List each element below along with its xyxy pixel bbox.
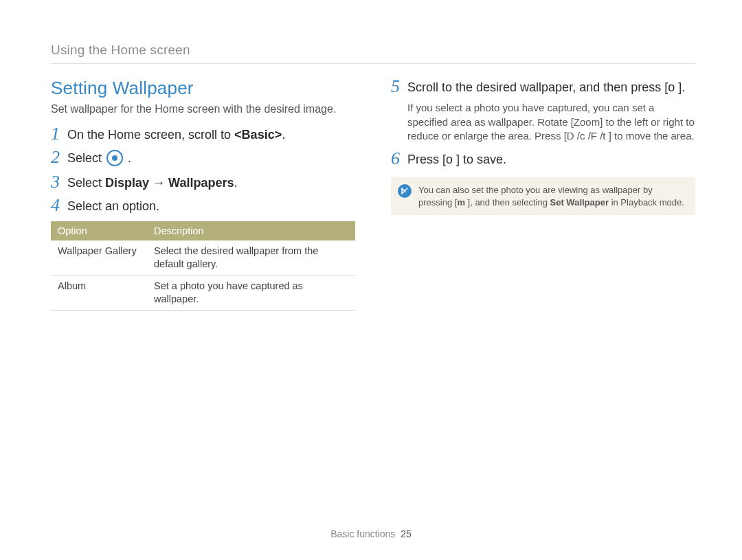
text: Select — [67, 176, 105, 190]
step-text: Select Display → Wallpapers. — [67, 173, 237, 191]
note-icon — [398, 184, 412, 198]
text: Select — [67, 151, 105, 165]
col-description: Description — [147, 221, 355, 240]
step-number: 2 — [51, 148, 67, 166]
step-text: On the Home screen, scroll to <Basic>. — [67, 125, 285, 143]
breadcrumb: Using the Home screen — [51, 43, 695, 58]
step-6: 6 Press [o ] to save. — [391, 150, 695, 168]
settings-icon — [106, 150, 123, 166]
step-number: 4 — [51, 197, 67, 214]
table-row: Wallpaper Gallery Select the desired wal… — [51, 240, 355, 275]
step-text: Select . — [67, 148, 131, 167]
step-5: 5 Scroll to the desired wallpaper, and t… — [391, 78, 695, 96]
page-footer: Basic functions 25 — [0, 528, 742, 539]
text: in Playback mode. — [609, 197, 684, 208]
text: . — [282, 128, 285, 142]
option-name: Wallpaper Gallery — [51, 240, 147, 275]
arrow: → — [149, 176, 168, 190]
step-text: Scroll to the desired wallpaper, and the… — [407, 78, 685, 96]
manual-page: Using the Home screen Setting Wallpaper … — [0, 0, 742, 560]
right-column: 5 Scroll to the desired wallpaper, and t… — [391, 78, 695, 311]
text: /c /F /t ] to move the area. — [574, 130, 695, 142]
bold-text: <Basic> — [234, 128, 282, 142]
text: . — [124, 151, 131, 165]
options-table: Option Description Wallpaper Gallery Sel… — [51, 221, 355, 310]
col-option: Option — [51, 221, 147, 240]
bold-text: Wallpapers — [168, 176, 234, 190]
page-number: 25 — [401, 528, 412, 539]
note-text: You can also set the photo you are viewi… — [418, 184, 686, 208]
step-text: Select an option. — [67, 197, 159, 214]
text: . — [234, 176, 237, 190]
option-name: Album — [51, 275, 147, 310]
step-5-sub: If you select a photo you have captured,… — [407, 101, 695, 143]
text: On the Home screen, scroll to — [67, 128, 234, 142]
step-number: 6 — [391, 150, 407, 168]
bold-text: m — [457, 197, 465, 208]
section-subtitle: Set wallpaper for the Home screen with t… — [51, 103, 355, 115]
step-number: 3 — [51, 173, 67, 191]
text: ], and then selecting — [465, 197, 550, 208]
bold-text: Set Wallpaper — [550, 197, 609, 208]
step-text: Press [o ] to save. — [407, 150, 506, 168]
table-row: Album Set a photo you have captured as w… — [51, 275, 355, 310]
option-description: Select the desired wallpaper from the de… — [147, 240, 355, 275]
note-box: You can also set the photo you are viewi… — [391, 177, 695, 215]
section-title: Setting Wallpaper — [51, 78, 355, 99]
header-rule — [51, 63, 695, 64]
left-column: Setting Wallpaper Set wallpaper for the … — [51, 78, 355, 311]
footer-section: Basic functions — [330, 528, 395, 539]
option-description: Set a photo you have captured as wallpap… — [147, 275, 355, 310]
step-3: 3 Select Display → Wallpapers. — [51, 173, 355, 191]
bold-text: Display — [105, 176, 149, 190]
step-4: 4 Select an option. — [51, 197, 355, 214]
bold-text: Zoom — [574, 116, 600, 128]
content-columns: Setting Wallpaper Set wallpaper for the … — [51, 78, 695, 311]
bold-text: D — [567, 130, 574, 142]
step-1: 1 On the Home screen, scroll to <Basic>. — [51, 125, 355, 143]
step-2: 2 Select . — [51, 148, 355, 167]
step-number: 1 — [51, 125, 67, 143]
table-header-row: Option Description — [51, 221, 355, 240]
step-number: 5 — [391, 78, 407, 96]
